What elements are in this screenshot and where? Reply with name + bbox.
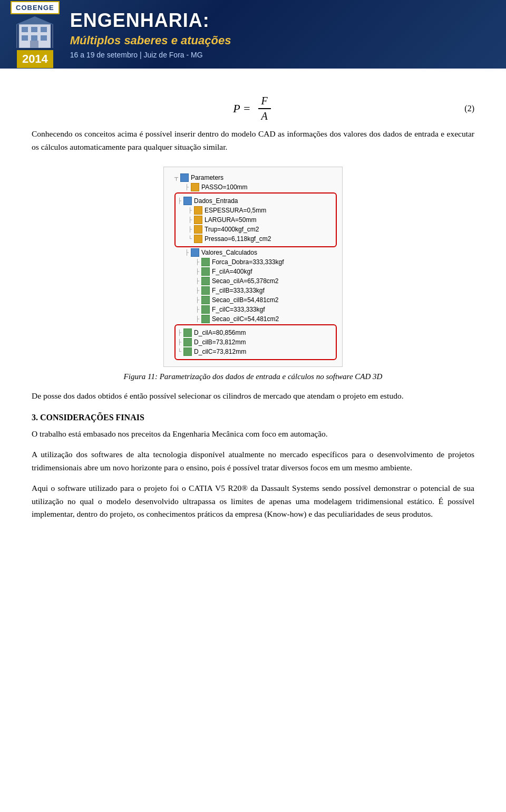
svg-rect-4: [22, 35, 28, 41]
icon-trup: [194, 225, 202, 234]
svg-marker-8: [16, 16, 53, 24]
icon-pressao: [194, 235, 202, 243]
page-header: COBENGE 2014 ENGENHARIA: Múltiplos saber…: [0, 0, 506, 69]
year-label: 2014: [17, 50, 53, 68]
fraction-numerator: F: [258, 95, 271, 109]
main-content: P = F A (2) Conhecendo os conceitos acim…: [0, 69, 506, 544]
icon-seco-cilb: [201, 296, 210, 304]
icon-seco-cilc: [201, 315, 210, 323]
logo-area: COBENGE 2014: [11, 1, 60, 68]
icon-fdobra: [201, 258, 210, 266]
formula: P = F A: [233, 95, 273, 122]
fraction-denominator: A: [258, 109, 271, 122]
cad-largura: ├ LARGURA=50mm: [188, 216, 334, 224]
icon-largura: [194, 216, 202, 224]
icon-espessura: [194, 206, 202, 215]
icon-fcila: [201, 267, 210, 276]
dados-entrada-group: ├ Dados_Entrada ├ ESPESSURA=0,5mm ├ LARG…: [174, 192, 337, 247]
cad-dcila: ├ D_cilA=80,856mm: [178, 328, 334, 337]
icon-secocila: [201, 277, 210, 285]
cad-tree: ┬ Parameters ├ PASSO=100mm ├ Dados_Entra…: [169, 173, 337, 360]
dcil-group: ├ D_cilA=80,856mm ├ D_cilB=73,812mm └ D_…: [174, 324, 337, 360]
icon-dcila: [183, 328, 192, 337]
header-subtitle: 16 a 19 de setembro | Juiz de Fora - MG: [70, 51, 495, 59]
cad-fcilb: ├ F_cilB=333,333kgf: [196, 286, 337, 295]
cad-pressao: └ Pressao=6,118kgf_cm2: [188, 235, 334, 243]
svg-rect-5: [31, 35, 37, 41]
header-text: ENGENHARIA: Múltiplos saberes e atuações…: [70, 9, 495, 59]
cad-root: ┬ Parameters: [174, 173, 337, 182]
cad-espessura: ├ ESPESSURA=0,5mm: [188, 206, 334, 215]
cad-dcilc: └ D_cilC=73,812mm: [178, 347, 334, 356]
equation-number: (2): [464, 104, 474, 113]
icon-parameters: [180, 173, 189, 182]
formula-lhs: P =: [233, 102, 250, 115]
cad-valores-calculados: ├ Valores_Calculados: [185, 248, 337, 257]
svg-rect-1: [22, 27, 28, 32]
section3-heading: 3. CONSIDERAÇÕES FINAIS: [32, 413, 474, 422]
header-title1: ENGENHARIA:: [70, 9, 495, 32]
building-icon: [16, 16, 53, 48]
cad-forca-dobra: ├ Forca_Dobra=333,333kgf: [196, 258, 337, 266]
paragraph3: O trabalho está embasado nos preceitos d…: [32, 428, 474, 441]
icon-dcilc: [183, 347, 192, 356]
icon-dcilb: [183, 338, 192, 346]
cad-secao-cilc: ├ Secao_cilC=54,481cm2: [196, 315, 337, 323]
icon-fcilc: [201, 305, 210, 314]
paragraph2: De posse dos dados obtidos é então possí…: [32, 390, 474, 403]
figure-caption: Figura 11: Parametrização dos dados de e…: [124, 372, 383, 381]
cad-dados-entrada: ├ Dados_Entrada: [178, 197, 334, 205]
cad-secao-cilb: ├ Secao_cilB=54,481cm2: [196, 296, 337, 304]
cad-secao-cila: ├ Secao_cilA=65,378cm2: [196, 277, 337, 285]
cad-dcilb: ├ D_cilB=73,812mm: [178, 338, 334, 346]
paragraph5: Aqui o software utilizado para o projeto…: [32, 482, 474, 521]
figure-container: ┬ Parameters ├ PASSO=100mm ├ Dados_Entra…: [32, 167, 474, 381]
cobenge-label: COBENGE: [11, 1, 60, 14]
formula-block: P = F A (2): [32, 95, 474, 122]
cad-trup: ├ Trup=4000kgf_cm2: [188, 225, 334, 234]
svg-rect-7: [30, 41, 38, 48]
icon-fcilb: [201, 286, 210, 295]
cad-fcila: ├ F_cilA=400kgf: [196, 267, 337, 276]
svg-rect-6: [41, 35, 47, 41]
icon-dados: [183, 197, 192, 205]
svg-rect-2: [31, 27, 37, 32]
icon-passo: [191, 183, 199, 191]
paragraph1: Conhecendo os conceitos acima é possível…: [32, 128, 474, 154]
svg-rect-3: [41, 27, 47, 32]
fraction: F A: [258, 95, 271, 122]
cad-fcilc: ├ F_cilC=333,333kgf: [196, 305, 337, 314]
paragraph4: A utilização dos softwares de alta tecno…: [32, 448, 474, 475]
header-title2: Múltiplos saberes e atuações: [70, 34, 495, 47]
cad-figure: ┬ Parameters ├ PASSO=100mm ├ Dados_Entra…: [163, 167, 343, 367]
icon-valores: [191, 248, 199, 257]
cad-passo: ├ PASSO=100mm: [185, 183, 337, 191]
